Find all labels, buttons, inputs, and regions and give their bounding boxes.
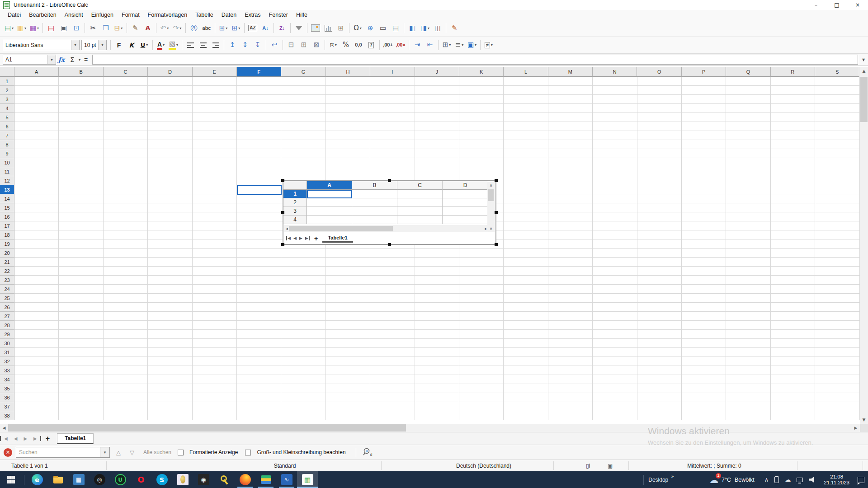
align-center-button[interactable] xyxy=(197,39,209,51)
column-header-L[interactable]: L xyxy=(504,67,548,77)
row-header-7[interactable]: 7 xyxy=(0,131,14,140)
row-header-21[interactable]: 21 xyxy=(0,258,14,267)
horizontal-scrollbar-thumb[interactable] xyxy=(8,424,406,432)
add-sheet-icon[interactable]: + xyxy=(41,435,54,443)
column-header-D[interactable]: D xyxy=(148,67,192,77)
ole-row-header-3[interactable]: 3 xyxy=(283,207,307,216)
dropdown-arrow-icon[interactable]: ▾ xyxy=(24,26,26,30)
row-header-4[interactable]: 4 xyxy=(0,104,14,113)
align-right-button[interactable] xyxy=(210,39,222,51)
dropdown-arrow-icon[interactable]: ▾ xyxy=(462,43,463,47)
dropdown-arrow-icon[interactable]: ▾ xyxy=(475,43,476,47)
select-all-corner[interactable] xyxy=(0,67,14,77)
row-header-11[interactable]: 11 xyxy=(0,167,14,176)
column-header-A[interactable]: A xyxy=(14,67,59,77)
row-header-9[interactable]: 9 xyxy=(0,149,14,158)
ole-cell-C2[interactable] xyxy=(397,198,443,207)
column-header-M[interactable]: M xyxy=(548,67,593,77)
scroll-right-icon[interactable]: ▸ xyxy=(485,225,487,232)
row-header-31[interactable]: 31 xyxy=(0,348,14,357)
hidden-icons-chevron-icon[interactable]: ∧ xyxy=(764,476,769,483)
sort-descending-button[interactable]: Z↓ xyxy=(276,22,288,34)
conditional-formatting-button[interactable]: ≠▾ xyxy=(483,39,495,51)
row-header-23[interactable]: 23 xyxy=(0,276,14,285)
border-color-button[interactable]: ▣▾ xyxy=(466,39,478,51)
resize-handle[interactable] xyxy=(281,211,284,214)
dropdown-arrow-icon[interactable]: ▾ xyxy=(167,26,169,30)
ole-vscroll-thumb[interactable] xyxy=(488,189,494,201)
menu-format[interactable]: Format xyxy=(118,11,144,19)
row-header-36[interactable]: 36 xyxy=(0,393,14,402)
weather-widget[interactable]: ☁1 7°C Bewölkt xyxy=(709,475,755,484)
ole-cell-D4[interactable] xyxy=(443,216,488,224)
dropdown-arrow-icon[interactable]: ▾ xyxy=(226,26,227,30)
ole-select-all-corner[interactable] xyxy=(283,181,307,190)
next-sheet-icon[interactable]: ▶ xyxy=(299,236,302,240)
dropdown-arrow-icon[interactable]: ▾ xyxy=(37,26,39,30)
dropdown-arrow-icon[interactable]: ▾ xyxy=(238,26,240,30)
dropdown-arrow-icon[interactable]: ▾ xyxy=(491,43,493,47)
insert-image-button[interactable] xyxy=(310,22,321,34)
desktop-overflow-chevron-icon[interactable]: » xyxy=(671,474,674,479)
ole-cell-C1[interactable] xyxy=(397,190,443,198)
font-color-button[interactable]: A▾ xyxy=(155,39,167,51)
formula-button[interactable]: = xyxy=(80,55,91,65)
ole-cell-C3[interactable] xyxy=(397,207,443,216)
headers-footers-button[interactable]: ▤ xyxy=(390,22,401,34)
dropdown-arrow-icon[interactable]: ▾ xyxy=(428,26,429,30)
undo-button[interactable]: ↶▾ xyxy=(159,22,170,34)
row-header-1[interactable]: 1 xyxy=(0,77,14,86)
row-header-35[interactable]: 35 xyxy=(0,384,14,393)
ole-hscroll-thumb[interactable] xyxy=(289,226,393,231)
selection-stats[interactable]: Mittelwert: ; Summe: 0 xyxy=(656,460,773,471)
decrease-indent-button[interactable]: ⇤ xyxy=(424,39,436,51)
taskbar-app-system-monitor[interactable]: ∿ xyxy=(276,471,297,488)
find-previous-icon[interactable]: △ xyxy=(113,449,123,456)
cell-cursor-F13[interactable] xyxy=(237,185,282,195)
row-header-29[interactable]: 29 xyxy=(0,330,14,339)
scroll-down-icon[interactable]: ∨ xyxy=(490,225,493,232)
ole-sheet-tab[interactable]: Tabelle1 xyxy=(322,234,353,243)
align-left-button[interactable] xyxy=(184,39,196,51)
dropdown-arrow-icon[interactable]: ▾ xyxy=(449,43,451,47)
row-header-13[interactable]: 13 xyxy=(0,185,14,194)
dropdown-arrow-icon[interactable]: ▾ xyxy=(335,43,337,47)
ole-cell-B2[interactable] xyxy=(352,198,397,207)
row-header-20[interactable]: 20 xyxy=(0,249,14,258)
print-button[interactable]: ▣ xyxy=(58,22,70,34)
save-state-icon[interactable]: ▣ xyxy=(608,460,613,471)
clone-formatting-button[interactable]: ✎ xyxy=(129,22,141,34)
ole-column-header-D[interactable]: D xyxy=(443,181,488,190)
cut-button[interactable]: ✂ xyxy=(87,22,99,34)
add-sheet-icon[interactable]: + xyxy=(314,235,318,242)
insert-special-character-button[interactable]: Ω▾ xyxy=(352,22,363,34)
search-input[interactable] xyxy=(16,447,100,457)
row-header-2[interactable]: 2 xyxy=(0,86,14,95)
column-header-B[interactable]: B xyxy=(59,67,103,77)
row-header-5[interactable]: 5 xyxy=(0,113,14,122)
row-header-38[interactable]: 38 xyxy=(0,411,14,420)
column-header-N[interactable]: N xyxy=(593,67,637,77)
row-header-28[interactable]: 28 xyxy=(0,321,14,330)
resize-handle[interactable] xyxy=(281,243,284,246)
open-file-button[interactable]: ▥▾ xyxy=(16,22,28,34)
save-button[interactable]: ▦▾ xyxy=(28,22,40,34)
embedded-spreadsheet-object[interactable]: ABCD1234 ∧ ∨ ◂ ▸ ◀ ◀ ▶ ▶ + Tabelle1 xyxy=(283,180,496,245)
row-header-15[interactable]: 15 xyxy=(0,203,14,212)
insert-row-button[interactable]: ⊞▾ xyxy=(217,22,229,34)
desktop-toolbar-label[interactable]: Desktop xyxy=(648,477,668,483)
action-center-icon[interactable] xyxy=(858,477,864,483)
row-header-24[interactable]: 24 xyxy=(0,285,14,294)
print-preview-button[interactable]: ⊡ xyxy=(71,22,82,34)
row-header-37[interactable]: 37 xyxy=(0,402,14,411)
unmerge-cells-button[interactable]: ⊠ xyxy=(311,39,322,51)
chevron-down-icon[interactable]: ▾ xyxy=(100,447,109,457)
cell-grid[interactable] xyxy=(14,77,860,420)
sum-button[interactable]: Σ xyxy=(67,55,78,65)
increase-indent-button[interactable]: ⇥ xyxy=(411,39,423,51)
show-draw-functions-button[interactable]: ✎ xyxy=(448,22,460,34)
volume-tray-icon[interactable] xyxy=(809,477,816,483)
row-header-26[interactable]: 26 xyxy=(0,303,14,312)
taskbar-app-file-explorer[interactable] xyxy=(47,471,68,488)
row-header-3[interactable]: 3 xyxy=(0,95,14,104)
